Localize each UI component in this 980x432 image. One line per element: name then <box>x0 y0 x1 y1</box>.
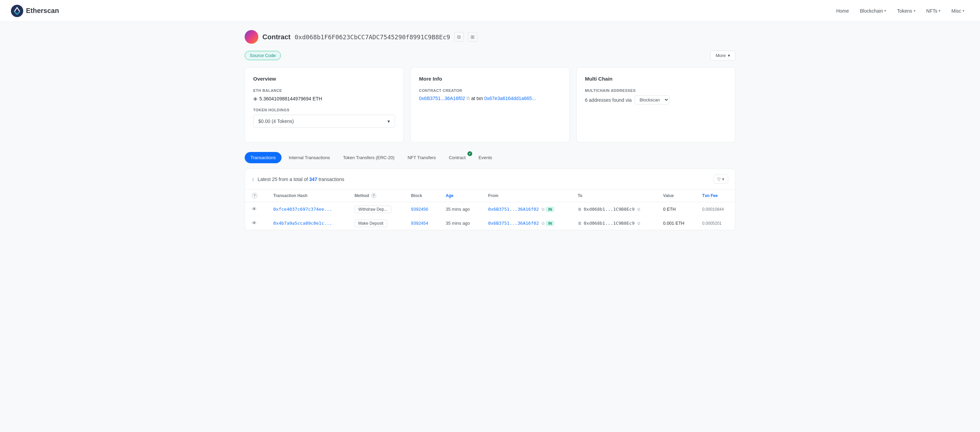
nav-home[interactable]: Home <box>831 5 854 16</box>
fee-text: 0.00010844 <box>702 207 724 212</box>
age-text: 35 mins ago <box>445 206 470 212</box>
logo[interactable]: Etherscan <box>11 5 59 17</box>
eth-diamond-icon: ◈ <box>253 95 257 102</box>
nav-misc[interactable]: Misc ▾ <box>947 5 969 16</box>
table-row: 👁 0xfce4037c697c374ee... Withdraw Dep...… <box>245 202 735 216</box>
row-tx-hash: 0x4b7a9a5cca89c0e1c... <box>267 216 348 230</box>
source-code-badge[interactable]: Source Code <box>245 51 281 60</box>
table-row: 👁 0x4b7a9a5cca89c0e1c... Make Deposit 93… <box>245 216 735 230</box>
creator-address-link[interactable]: 0x6B3751...36A16f02 <box>419 95 465 101</box>
blockscan-select[interactable]: Blockscan <box>635 95 670 105</box>
row-eye-cell: 👁 <box>245 202 267 216</box>
at-txn-text: at txn <box>471 95 483 101</box>
tx-hash-link[interactable]: 0x4b7a9a5cca89c0e1c... <box>274 221 332 226</box>
in-badge: IN <box>546 221 554 226</box>
multi-chain-title: Multi Chain <box>585 76 727 82</box>
tabs-bar: Transactions Internal Transactions Token… <box>245 152 735 163</box>
chevron-down-icon: ▾ <box>885 9 886 13</box>
row-age: 35 mins ago <box>439 216 481 230</box>
token-holdings-label: TOKEN HOLDINGS <box>253 108 395 112</box>
method-badge: Withdraw Dep... <box>355 206 391 213</box>
copy-icon[interactable]: ⧉ <box>637 207 640 212</box>
contract-creator-label: CONTRACT CREATOR <box>419 89 561 92</box>
col-txn-fee: Txn Fee <box>695 189 735 202</box>
nav-tokens[interactable]: Tokens ▾ <box>892 5 920 16</box>
tag-bar: Source Code More ▾ <box>245 51 735 60</box>
copy-icon[interactable]: ⧉ <box>466 95 470 101</box>
method-badge: Make Deposit <box>355 219 387 227</box>
fee-text: 0.0005201 <box>702 221 722 226</box>
method-help-icon[interactable]: ? <box>371 193 376 198</box>
help-circle-icon: ? <box>252 193 257 199</box>
row-method: Withdraw Dep... <box>348 202 404 216</box>
multichain-row: 6 addresses found via Blockscan <box>585 95 727 105</box>
row-to: 🗎 0xd068b1...1C9B8Ec9 ⧉ <box>571 216 656 230</box>
txn-fee-link[interactable]: Txn Fee <box>702 193 718 198</box>
copy-icon[interactable]: ⧉ <box>542 207 545 212</box>
nav-nfts[interactable]: NFTs ▾ <box>921 5 945 16</box>
tx-hash-link[interactable]: 0xfce4037c697c374ee... <box>274 206 332 212</box>
tab-events[interactable]: Events <box>473 152 498 163</box>
row-eye-cell: 👁 <box>245 216 267 230</box>
row-age: 35 mins ago <box>439 202 481 216</box>
sort-icon: ↕ <box>252 176 254 182</box>
block-link[interactable]: 9392454 <box>411 221 428 226</box>
transactions-table: ? Transaction Hash Method ? Block Age Fr… <box>245 189 735 230</box>
multichain-section: MULTICHAIN ADDRESSES 6 addresses found v… <box>585 89 727 105</box>
from-address-link[interactable]: 0x6B3751...36A16f02 <box>488 206 539 212</box>
chevron-down-icon: ▾ <box>728 53 730 58</box>
document-icon: 🗎 <box>578 221 582 226</box>
eye-icon[interactable]: 👁 <box>252 206 257 212</box>
qr-code-button[interactable]: ⊞ <box>468 32 477 42</box>
from-address-link[interactable]: 0x6B3751...36A16f02 <box>488 221 539 226</box>
chevron-down-icon: ▾ <box>963 9 964 13</box>
col-block: Block <box>404 189 439 202</box>
more-button[interactable]: More ▾ <box>710 51 735 60</box>
copy-icon[interactable]: ⧉ <box>637 221 640 226</box>
txn-address-link[interactable]: 0x67e3a6164dd1a665... <box>484 95 536 101</box>
tab-transactions[interactable]: Transactions <box>245 152 282 163</box>
row-fee: 0.00010844 <box>695 202 735 216</box>
to-address-link[interactable]: 0xd068b1...1C9B8Ec9 <box>584 221 635 226</box>
age-sort-link[interactable]: Age <box>445 193 453 198</box>
copy-address-button[interactable]: ⧉ <box>454 32 464 42</box>
to-address-link[interactable]: 0xd068b1...1C9B8Ec9 <box>584 206 635 212</box>
col-method: Method ? <box>348 189 404 202</box>
document-icon: 🗎 <box>578 207 582 212</box>
col-tx-hash: Transaction Hash <box>267 189 348 202</box>
col-icon: ? <box>245 189 267 202</box>
contract-creator-section: CONTRACT CREATOR 0x6B3751...36A16f02 ⧉ a… <box>419 89 561 101</box>
total-count-link[interactable]: 347 <box>309 176 317 182</box>
logo-icon <box>11 5 23 17</box>
more-info-title: More Info <box>419 76 561 82</box>
row-value: 0.001 ETH <box>656 216 695 230</box>
token-holdings-dropdown[interactable]: $0.00 (4 Tokens) ▾ <box>253 115 395 128</box>
row-block: 9392456 <box>404 202 439 216</box>
filter-button[interactable]: ▽ ▾ <box>713 175 728 184</box>
filter-icon: ▽ <box>717 176 721 182</box>
tab-nft-transfers[interactable]: NFT Transfers <box>402 152 442 163</box>
more-info-card: More Info CONTRACT CREATOR 0x6B3751...36… <box>410 67 569 142</box>
copy-icon[interactable]: ⧉ <box>542 221 545 226</box>
eth-balance-section: ETH BALANCE ◈ 5.360410988144979694 ETH <box>253 89 395 102</box>
contract-header: Contract 0xd068b1F6F0623CbCC7ADC7545290f… <box>245 30 735 44</box>
row-tx-hash: 0xfce4037c697c374ee... <box>267 202 348 216</box>
tab-token-transfers[interactable]: Token Transfers (ERC-20) <box>337 152 401 163</box>
age-text: 35 mins ago <box>445 221 470 226</box>
eye-icon[interactable]: 👁 <box>252 220 257 226</box>
contract-creator-value: 0x6B3751...36A16f02 ⧉ at txn 0x67e3a6164… <box>419 95 561 101</box>
multichain-label: MULTICHAIN ADDRESSES <box>585 89 727 92</box>
overview-card: Overview ETH BALANCE ◈ 5.360410988144979… <box>245 67 404 142</box>
overview-title: Overview <box>253 76 395 82</box>
tab-internal-transactions[interactable]: Internal Transactions <box>283 152 336 163</box>
transaction-count: ↕ Latest 25 from a total of 347 transact… <box>252 176 344 182</box>
row-from: 0x6B3751...36A16f02 ⧉ IN <box>481 216 571 230</box>
block-link[interactable]: 9392456 <box>411 206 428 212</box>
contract-address: 0xd068b1F6F0623CbCC7ADC7545290f8991C9B8E… <box>294 33 450 41</box>
chevron-down-icon: ▾ <box>722 176 724 182</box>
row-from: 0x6B3751...36A16f02 ⧉ IN <box>481 202 571 216</box>
chevron-down-icon: ▾ <box>939 9 940 13</box>
eth-balance-value: ◈ 5.360410988144979694 ETH <box>253 95 395 102</box>
nav-blockchain[interactable]: Blockchain ▾ <box>855 5 891 16</box>
tab-contract[interactable]: Contract <box>443 152 471 163</box>
